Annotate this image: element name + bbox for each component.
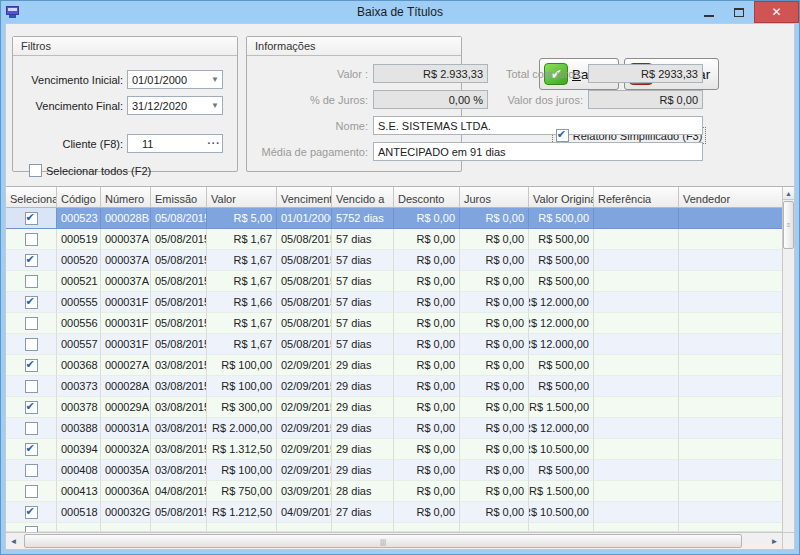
column-header-valor[interactable]: Valor bbox=[207, 187, 277, 208]
row-checkbox[interactable] bbox=[25, 506, 38, 519]
row-checkbox[interactable] bbox=[25, 233, 38, 246]
cell-vencimento: 05/08/2015 bbox=[277, 313, 332, 334]
venc-inicial-input[interactable]: 01/01/2000 ▼ bbox=[127, 70, 223, 89]
column-header-n-mero[interactable]: Número bbox=[101, 187, 151, 208]
cell-valor: R$ 1,67 bbox=[207, 250, 277, 271]
ellipsis-icon[interactable]: ··· bbox=[206, 138, 222, 149]
cell-refer-ncia bbox=[594, 271, 679, 292]
cell-desconto: R$ 0,00 bbox=[394, 271, 460, 292]
cell-vencimento: 05/08/2015 bbox=[277, 334, 332, 355]
row-checkbox[interactable] bbox=[25, 317, 38, 330]
cell-refer-ncia bbox=[594, 502, 679, 523]
cell-desconto: R$ 0,00 bbox=[394, 229, 460, 250]
cell-vencimento: 05/08/2015 bbox=[277, 250, 332, 271]
row-checkbox[interactable] bbox=[25, 359, 38, 372]
cell-refer-ncia bbox=[594, 439, 679, 460]
table-row[interactable]: 000368000027A03/08/2015R$ 100,0002/09/20… bbox=[6, 355, 782, 376]
table-row[interactable]: 000557000031F re05/08/2015R$ 1,6705/08/2… bbox=[6, 334, 782, 355]
row-checkbox[interactable] bbox=[25, 338, 38, 351]
column-header-vencido-a[interactable]: Vencido a bbox=[332, 187, 394, 208]
action-column: ✔ Baixar ⊘ Cancelar Relatório Simplifica… bbox=[470, 36, 788, 186]
cell-valor-original: R$ 500,00 bbox=[529, 271, 594, 292]
column-header-refer-ncia[interactable]: Referência bbox=[594, 187, 679, 208]
row-checkbox[interactable] bbox=[25, 380, 38, 393]
cell-desconto: R$ 0,00 bbox=[394, 250, 460, 271]
vertical-scroll-thumb[interactable]: ≡ bbox=[783, 201, 794, 249]
scroll-left-icon[interactable]: ◄ bbox=[6, 533, 21, 549]
column-header-selecionar[interactable]: Selecionar bbox=[6, 187, 57, 208]
table-row[interactable]: 000556000031F re05/08/2015R$ 1,6705/08/2… bbox=[6, 313, 782, 334]
column-header-desconto[interactable]: Desconto bbox=[394, 187, 460, 208]
cell-emiss-o: 05/08/2015 bbox=[151, 334, 207, 355]
row-checkbox[interactable] bbox=[25, 485, 38, 498]
cell-valor-original: R$ 10.500,00 bbox=[529, 439, 594, 460]
close-button[interactable]: ✕ bbox=[754, 1, 799, 23]
cell-vencido-a: 29 dias bbox=[332, 376, 394, 397]
scroll-up-icon[interactable]: ▲ bbox=[783, 187, 794, 200]
partial-cell bbox=[101, 523, 151, 531]
cell-c-digo: 000413 bbox=[57, 481, 101, 502]
row-checkbox[interactable] bbox=[25, 422, 38, 435]
scroll-right-icon[interactable]: ► bbox=[767, 533, 782, 549]
row-checkbox[interactable] bbox=[25, 401, 38, 414]
cell-emiss-o: 05/08/2015 bbox=[151, 292, 207, 313]
table-row[interactable]: 000518000032G re05/08/2015R$ 1.212,5004/… bbox=[6, 502, 782, 523]
cliente-input[interactable]: 11 ··· bbox=[127, 134, 223, 153]
column-header-c-digo[interactable]: Código▲ bbox=[57, 187, 101, 208]
row-checkbox[interactable] bbox=[25, 212, 38, 225]
table-row[interactable]: 000388000031A03/08/2015R$ 2.000,0002/09/… bbox=[6, 418, 782, 439]
cell-vendedor bbox=[679, 439, 782, 460]
table-row[interactable]: 000521000037A re05/08/2015R$ 1,6705/08/2… bbox=[6, 271, 782, 292]
cell-desconto: R$ 0,00 bbox=[394, 397, 460, 418]
cell-juros: R$ 0,00 bbox=[460, 439, 529, 460]
cell-valor: R$ 100,00 bbox=[207, 376, 277, 397]
row-checkbox[interactable] bbox=[25, 464, 38, 477]
cell-vendedor bbox=[679, 376, 782, 397]
table-row[interactable]: 000408000035A03/08/2015R$ 100,0002/09/20… bbox=[6, 460, 782, 481]
chevron-down-icon[interactable]: ▼ bbox=[208, 101, 222, 110]
selecionar-todos-checkbox[interactable] bbox=[29, 164, 42, 177]
selecionar-cell bbox=[6, 334, 57, 355]
minimize-button[interactable] bbox=[694, 1, 724, 23]
table-row[interactable]: 000523000028B re05/08/2015R$ 5,0001/01/2… bbox=[6, 208, 782, 229]
horizontal-scrollbar[interactable]: ◄ ||| ► bbox=[6, 532, 782, 549]
media-pagamento-label: Média de pagamento: bbox=[253, 146, 373, 158]
column-header-emiss-o[interactable]: Emissão bbox=[151, 187, 207, 208]
column-header-valor-original[interactable]: Valor Original bbox=[529, 187, 594, 208]
cell-vendedor bbox=[679, 502, 782, 523]
row-checkbox[interactable] bbox=[25, 443, 38, 456]
table-row[interactable]: 000373000028A03/08/2015R$ 100,0002/09/20… bbox=[6, 376, 782, 397]
maximize-button[interactable] bbox=[724, 1, 754, 23]
cell-valor-original: R$ 500,00 bbox=[529, 355, 594, 376]
cell-c-digo: 000378 bbox=[57, 397, 101, 418]
cell-vencido-a: 57 dias bbox=[332, 250, 394, 271]
table-row[interactable]: 000413000036A04/08/2015R$ 750,0003/09/20… bbox=[6, 481, 782, 502]
table-row[interactable]: 000378000029A03/08/2015R$ 300,0002/09/20… bbox=[6, 397, 782, 418]
table-row[interactable]: 000555000031F re05/08/2015R$ 1,6605/08/2… bbox=[6, 292, 782, 313]
cell-emiss-o: 03/08/2015 bbox=[151, 439, 207, 460]
close-icon: ✕ bbox=[771, 6, 781, 18]
table-row[interactable]: 000520000037A re05/08/2015R$ 1,6705/08/2… bbox=[6, 250, 782, 271]
horizontal-scroll-thumb[interactable]: ||| bbox=[24, 534, 742, 548]
cell-juros: R$ 0,00 bbox=[460, 460, 529, 481]
column-header-vendedor[interactable]: Vendedor bbox=[679, 187, 782, 208]
cell-vencimento: 05/08/2015 bbox=[277, 271, 332, 292]
cell-emiss-o: 03/08/2015 bbox=[151, 355, 207, 376]
relatorio-simplificado-checkbox[interactable] bbox=[556, 129, 569, 142]
cell-vendedor bbox=[679, 397, 782, 418]
venc-final-input[interactable]: 31/12/2020 ▼ bbox=[127, 96, 223, 115]
vertical-scrollbar[interactable]: ▲ ≡ bbox=[782, 187, 794, 532]
table-row[interactable]: 000394000032A03/08/2015R$ 1.312,5002/09/… bbox=[6, 439, 782, 460]
cell-n-mero: 000031F re bbox=[101, 334, 151, 355]
table-row[interactable]: 000519000037A re05/08/2015R$ 1,6705/08/2… bbox=[6, 229, 782, 250]
cell-n-mero: 000027A bbox=[101, 355, 151, 376]
chevron-down-icon[interactable]: ▼ bbox=[208, 75, 222, 84]
column-header-juros[interactable]: Juros bbox=[460, 187, 529, 208]
row-checkbox[interactable] bbox=[25, 275, 38, 288]
column-header-vencimento[interactable]: Vencimento bbox=[277, 187, 332, 208]
partial-cell bbox=[277, 523, 332, 531]
row-checkbox[interactable] bbox=[25, 296, 38, 309]
row-checkbox[interactable] bbox=[25, 254, 38, 267]
pct-juros-field: 0,00 % bbox=[373, 90, 488, 109]
cell-desconto: R$ 0,00 bbox=[394, 376, 460, 397]
